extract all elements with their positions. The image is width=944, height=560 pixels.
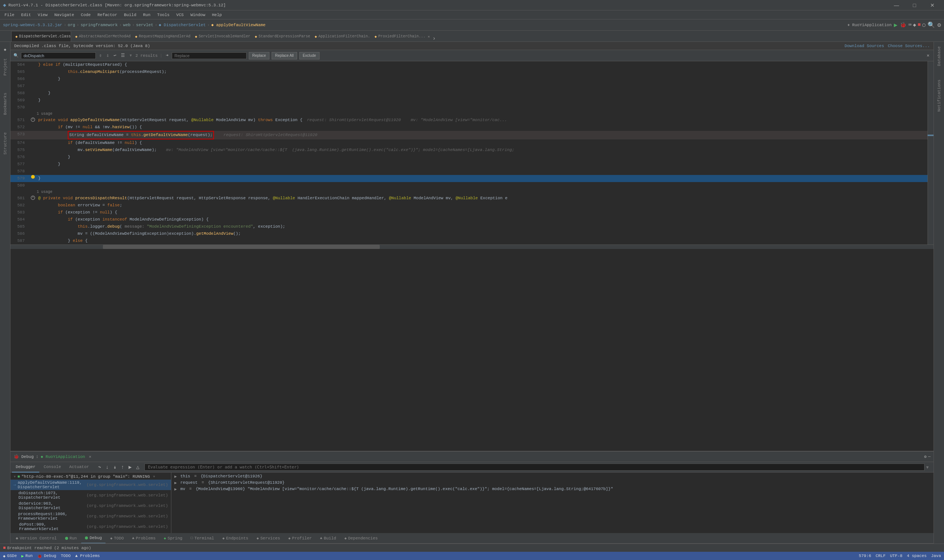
var-expand-this[interactable]: ▶ [174, 474, 179, 479]
tab-standardexpr[interactable]: ◆ StandardExpressionParser.class ✕ [251, 31, 310, 42]
replace-input[interactable] [172, 52, 247, 59]
bottom-tab-terminal[interactable]: □ Terminal [187, 533, 218, 543]
replace-all-button[interactable]: Replace All [271, 52, 297, 60]
breadcrumb-springframework[interactable]: springframework [80, 23, 117, 27]
search-icon[interactable]: 🔍 [927, 21, 935, 29]
search-options-icon[interactable]: ☰ [120, 53, 126, 58]
bottom-tab-services[interactable]: ◆ Services [253, 533, 284, 543]
bookmarks-label[interactable]: Bookmarks [3, 91, 8, 116]
replace-expand-icon[interactable]: ➜ [165, 53, 170, 58]
debugger-tab[interactable]: Debugger [12, 462, 39, 472]
menu-run[interactable]: Run [140, 11, 153, 19]
tab-close-proxiedfilter[interactable]: ✕ [428, 34, 430, 39]
thread-filter-icon[interactable]: ▿ [926, 464, 929, 470]
thread-filter-icon2[interactable]: ▿ [153, 474, 156, 479]
debug-run-button[interactable]: 🐞 [900, 22, 906, 28]
debug-close-tab[interactable]: ✕ [89, 454, 91, 459]
breadcrumb-method[interactable]: ◆ applyDefaultViewName [211, 22, 265, 27]
bottom-tab-todo[interactable]: ◆ TODO [106, 533, 127, 543]
menu-refactor[interactable]: Refactor [94, 11, 120, 19]
breadcrumb-jar[interactable]: spring-webmvc-5.3.12.jar [3, 23, 62, 27]
exclude-button[interactable]: Exclude [299, 52, 319, 60]
breadcrumb-servlet[interactable]: servlet [136, 23, 153, 27]
bottom-tab-profiler[interactable]: ◆ Profiler [285, 533, 316, 543]
step-over-button[interactable]: ↷ [97, 463, 103, 471]
breadcrumb-class[interactable]: ◆ DispatcherServlet [159, 22, 205, 27]
menu-vcs[interactable]: VCS [173, 11, 187, 19]
close-button[interactable]: ✕ [924, 0, 941, 11]
menu-edit[interactable]: Edit [18, 11, 34, 19]
search-filter-icon[interactable]: ▿ [128, 53, 133, 58]
status-position[interactable]: 579:6 [859, 554, 871, 558]
tab-more-button[interactable]: › [430, 35, 438, 42]
menu-code[interactable]: Code [78, 11, 94, 19]
notifications-label[interactable]: Notifications [937, 78, 941, 113]
var-item-request[interactable]: ▶ request = {ShiroHttpServletRequest@119… [171, 480, 933, 486]
status-vcs[interactable]: ◆ GSDe [3, 554, 17, 558]
replace-button[interactable]: Replace [249, 52, 269, 60]
frame-item-3[interactable]: processRequest:1006, FrameworkServlet (o… [11, 511, 171, 522]
close-search-icon[interactable]: ✕ [925, 53, 930, 58]
maximize-button[interactable]: □ [906, 0, 923, 11]
bottom-tab-build[interactable]: ▲ Build [316, 533, 340, 543]
evaluate-expr-button[interactable]: △ [135, 463, 141, 471]
step-out-button[interactable]: ↑ [119, 463, 125, 471]
menu-view[interactable]: View [35, 11, 51, 19]
var-item-mv[interactable]: ▶ mv = {ModelAndView@13960} "ModelAndVie… [171, 486, 933, 492]
download-sources-link[interactable]: Download Sources [844, 44, 884, 48]
tab-requestmapping[interactable]: ◆ RequestMappingHandlerAdapter.class ✕ [131, 31, 191, 42]
breadcrumb-org[interactable]: org [68, 23, 75, 27]
status-language[interactable]: Java [931, 554, 941, 558]
status-run[interactable]: ▶ Run [21, 554, 32, 558]
evaluate-expression-input[interactable] [144, 463, 924, 471]
status-todo[interactable]: TODO [61, 554, 70, 558]
search-next-icon[interactable]: ⇩ [105, 53, 110, 58]
step-into-button[interactable]: ↓ [104, 463, 110, 471]
run-button[interactable]: ▶ [894, 21, 898, 29]
tab-abstracthandler[interactable]: ◆ AbstractHandlerMethodAdapter.class ✕ [71, 31, 131, 42]
status-encoding[interactable]: UTF-8 [890, 554, 902, 558]
run-to-cursor-button[interactable]: ▶ [127, 463, 133, 471]
search-wrap-icon[interactable]: ↩ [112, 53, 117, 58]
var-item-this[interactable]: ▶ this = {DispatcherServlet@11926} [171, 473, 933, 480]
thread-filter-btn[interactable]: ▿ [14, 474, 16, 479]
step-into-lib-button[interactable]: ↡ [112, 463, 118, 471]
minimize-button[interactable]: — [888, 0, 905, 11]
var-expand-request[interactable]: ▶ [174, 480, 179, 485]
search-prev-icon[interactable]: ⇧ [98, 53, 103, 58]
var-expand-mv[interactable]: ▶ [174, 487, 179, 492]
bottom-tab-spring[interactable]: ◆ Spring [160, 533, 186, 543]
actuator-tab[interactable]: Actuator [65, 462, 93, 472]
menu-navigate[interactable]: Navigate [51, 11, 77, 19]
thread-checkbox[interactable]: ■ [18, 474, 20, 479]
search-input[interactable] [21, 52, 96, 59]
frame-item-2[interactable]: doService:963, DispatcherServlet (org.sp… [11, 500, 171, 511]
status-indent[interactable]: 4 spaces [907, 554, 927, 558]
tab-dispatcherservlet[interactable]: ◆ DispatcherServlet.class ✕ [11, 31, 71, 42]
menu-help[interactable]: Help [209, 11, 225, 19]
horizontal-scrollbar[interactable] [11, 245, 933, 249]
choose-sources-link[interactable]: Choose Sources... [888, 44, 930, 48]
settings-icon[interactable]: ⚙ [937, 21, 941, 29]
menu-tools[interactable]: Tools [154, 11, 173, 19]
structure-label[interactable]: Structure [3, 131, 8, 156]
tab-appfilterchain[interactable]: ◆ ApplicationFilterChain.class ✕ [310, 31, 370, 42]
bottom-tab-vcs[interactable]: ◆ Version Control [12, 533, 61, 543]
tab-servletinvocable[interactable]: ◆ ServletInvocableHandlerMethod.class ✕ [191, 31, 251, 42]
frame-item-4[interactable]: doPost:909, FrameworkServlet (org.spring… [11, 522, 171, 532]
tab-proxiedfilter[interactable]: ◆ ProxiedFilterChain... ✕ [370, 31, 430, 42]
bottom-tab-problems[interactable]: ▲ Problems [128, 533, 159, 543]
status-problems[interactable]: ▲ Problems [75, 554, 100, 558]
status-debug-active[interactable]: 🐞 Debug [37, 554, 56, 558]
breadcrumb-web[interactable]: web [123, 23, 131, 27]
menu-file[interactable]: File [2, 11, 17, 19]
bottom-tab-debug[interactable]: Debug [81, 533, 105, 543]
menu-build[interactable]: Build [121, 11, 139, 19]
debug-minimize-icon[interactable]: — [928, 454, 930, 459]
menu-window[interactable]: Window [187, 11, 208, 19]
bottom-tab-endpoints[interactable]: ◆ Endpoints [219, 533, 252, 543]
project-label[interactable]: Project [3, 57, 8, 77]
thread-item[interactable]: ▿ ■ "http-nio-80-exec-5"@11,244 in group… [11, 473, 171, 480]
status-crlf[interactable]: CRLF [876, 554, 885, 558]
project-icon[interactable]: ◆ [1, 45, 10, 54]
